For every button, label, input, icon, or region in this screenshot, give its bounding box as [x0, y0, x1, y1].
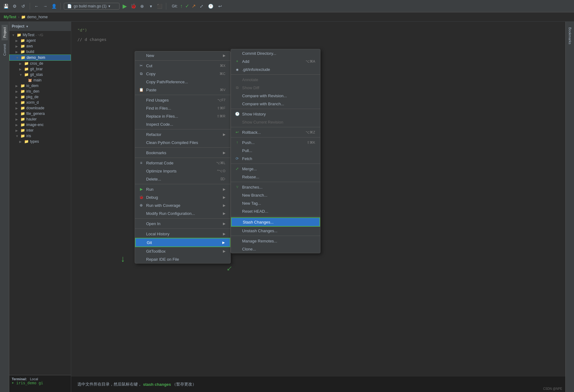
menu-item-show-history[interactable]: 🕐 Show History [231, 110, 320, 118]
menu-item-find-usages[interactable]: Find Usages ⌥F7 [135, 96, 230, 104]
tree-item-label: inter [26, 128, 33, 133]
menu-item-show-revision: Show Current Revision [231, 118, 320, 126]
terminal-tab[interactable]: Local [30, 377, 38, 381]
menu-item-run[interactable]: ▶ Run ▶ [135, 185, 230, 193]
list-item[interactable]: ▶ 📁 agent [9, 38, 71, 43]
menu-item-clone[interactable]: Clone... [231, 245, 320, 253]
menu-item-repair-ide[interactable]: Repair IDE on File [135, 255, 230, 263]
toolbar-refresh-icon[interactable]: ↺ [20, 3, 27, 10]
toolbar-sep-2 [60, 3, 61, 10]
list-item[interactable]: ▶ 📁 image-enc [9, 122, 71, 128]
toolbar-settings-icon[interactable]: ⚙ [11, 3, 18, 10]
menu-item-add[interactable]: + Add ⌥⌘A [231, 57, 320, 65]
list-item[interactable]: ▼ 📁 git_stas [9, 72, 71, 77]
list-item[interactable]: ▶ 📁 io_dem [9, 83, 71, 89]
menu-item-manage-remotes[interactable]: Manage Remotes... [231, 237, 320, 245]
sidebar-tab-project[interactable]: Project [2, 25, 8, 40]
list-item[interactable]: ▶ 📁 hauler [9, 116, 71, 122]
menu-item-push[interactable]: ↑ Push... ⇧⌘K [231, 138, 320, 146]
menu-item-annotate: Annotate [231, 76, 320, 84]
list-item[interactable]: ▶ 📁 iris_den [9, 89, 71, 94]
menu-item-new-tag[interactable]: New Tag... [231, 199, 320, 207]
stop-button[interactable]: ⬛ [156, 3, 163, 10]
menu-item-inspect[interactable]: Inspect Code... [135, 120, 230, 128]
git-merge-icon[interactable]: ⤢ [198, 3, 205, 10]
menu-item-copy-path[interactable]: Copy Path/Reference... [135, 78, 230, 86]
toolbar-forward-icon[interactable]: → [42, 3, 49, 10]
menu-item-pull[interactable]: Pull... [231, 146, 320, 155]
menu-item-gitinfo[interactable]: ◉ .git/info/exclude [231, 65, 320, 73]
shortcut-label: ⌥F7 [217, 98, 225, 102]
menu-item-modify-run[interactable]: Modify Run Configuration... ▶ [135, 209, 230, 217]
toolbar-user-icon[interactable]: 👤 [50, 3, 57, 10]
menu-item-branches[interactable]: ⑂ Branches... [231, 183, 320, 191]
menu-item-fetch[interactable]: ⟳ Fetch [231, 155, 320, 163]
breadcrumb-project[interactable]: MyTest [4, 15, 16, 19]
list-item[interactable]: ▶ 📁 cros_de [9, 61, 71, 66]
run-config-button[interactable]: 📄 go build main.go (1) ▾ [64, 3, 120, 10]
list-item[interactable]: ▶ 📁 xorm_d [9, 100, 71, 105]
menu-item-clean-python[interactable]: Clean Python Compiled Files [135, 138, 230, 146]
menu-item-bookmarks[interactable]: Bookmarks ▶ [135, 149, 230, 157]
menu-item-label: Repair IDE on File [146, 257, 179, 262]
git-history-icon[interactable]: 🕐 [207, 3, 214, 10]
menu-item-new-branch[interactable]: New Branch... [231, 191, 320, 199]
menu-item-find-files[interactable]: Find in Files... ⇧⌘F [135, 104, 230, 112]
menu-item-stash-changes[interactable]: Stash Changes... [231, 217, 320, 227]
merge-icon: ⤢ [235, 166, 240, 171]
copy-icon: ⧉ [139, 71, 144, 76]
menu-item-reformat[interactable]: ≡ Reformat Code ⌥⌘L [135, 159, 230, 167]
toolbar-save-icon[interactable]: 💾 [2, 3, 9, 10]
menu-item-run-coverage[interactable]: ⊕ Run with Coverage ▶ [135, 201, 230, 209]
menu-item-commit-dir[interactable]: Commit Directory... [231, 49, 320, 57]
menu-item-refactor[interactable]: Refactor ▶ [135, 130, 230, 138]
menu-item-compare-branch[interactable]: Compare with Branch... [231, 100, 320, 108]
menu-item-open-in[interactable]: Open In ▶ [135, 220, 230, 228]
menu-item-merge[interactable]: ⤢ Merge... [231, 165, 320, 173]
expand-icon: ▶ [15, 101, 19, 104]
list-item[interactable]: ▶ 📁 git_brar [9, 66, 71, 72]
list-item[interactable]: ▼ 📁 iris [9, 133, 71, 139]
menu-item-paste[interactable]: 📋 Paste ⌘V [135, 86, 230, 94]
menu-item-local-history[interactable]: Local History ▶ [135, 230, 230, 238]
git-push-icon[interactable]: ↑ [180, 3, 183, 9]
right-tab-bookmarks[interactable]: Bookmarks [567, 25, 573, 47]
sidebar-tab-commit[interactable]: Commit [2, 41, 8, 58]
menu-item-unstash-changes[interactable]: Unstash Changes... [231, 227, 320, 235]
menu-item-compare-revision[interactable]: Compare with Revision... [231, 92, 320, 100]
list-item[interactable]: ▶ 📁 inter [9, 128, 71, 133]
expand-icon: ▶ [15, 50, 19, 54]
list-item[interactable]: 🐹 main [9, 77, 71, 83]
run-button[interactable]: ▶ [121, 3, 128, 10]
tree-item-demo-home[interactable]: ▼ 📁 demo_hom [9, 54, 71, 61]
list-item[interactable]: ▶ 📁 file_genera [9, 111, 71, 116]
menu-item-debug[interactable]: 🐞 Debug ▶ [135, 193, 230, 201]
menu-item-replace-files[interactable]: Replace in Files... ⇧⌘R [135, 112, 230, 120]
menu-item-rebase[interactable]: Rebase... [231, 173, 320, 181]
debug-button[interactable]: 🐞 [130, 3, 137, 10]
toolbar-back-icon[interactable]: ← [33, 3, 40, 10]
git-rollback-icon[interactable]: ↩ [217, 3, 224, 10]
list-item[interactable]: ▶ 📁 downloade [9, 105, 71, 111]
git-arrow-diag-icon[interactable]: ↗ [192, 3, 196, 9]
list-item[interactable]: ▶ 📁 types [9, 139, 71, 144]
menu-item-cut[interactable]: ✂ Cut ⌘X [135, 62, 230, 70]
terminal-prompt: ➤ [12, 381, 16, 385]
menu-item-copy[interactable]: ⧉ Copy ⌘C [135, 70, 230, 78]
menu-item-new[interactable]: New ▶ [135, 51, 230, 59]
more-run-button[interactable]: ▾ [147, 3, 154, 10]
list-item[interactable]: ▶ 📁 build [9, 49, 71, 54]
git-check-icon[interactable]: ✓ [185, 3, 189, 9]
menu-item-gittoolbox[interactable]: GitToolBox ▶ [135, 247, 230, 255]
panel-chevron-icon[interactable]: ▾ [26, 25, 28, 28]
tree-root[interactable]: ▼ 📁 MyTest - ~/G [9, 32, 71, 38]
list-item[interactable]: ▶ 📁 aws [9, 43, 71, 49]
menu-item-delete[interactable]: Delete... ⌦ [135, 175, 230, 183]
submenu-arrow-icon: ▶ [222, 241, 225, 245]
menu-item-reset-head[interactable]: Reset HEAD... [231, 207, 320, 215]
menu-item-optimize-imports[interactable]: Optimize Imports ^⌥O [135, 167, 230, 175]
menu-item-rollback[interactable]: ↩ Rollback... ⌥⌘Z [231, 128, 320, 136]
coverage-button[interactable]: ⊕ [139, 3, 146, 10]
menu-item-git[interactable]: Git ▶ [135, 238, 230, 247]
list-item[interactable]: ▶ 📁 pkg_de [9, 94, 71, 100]
